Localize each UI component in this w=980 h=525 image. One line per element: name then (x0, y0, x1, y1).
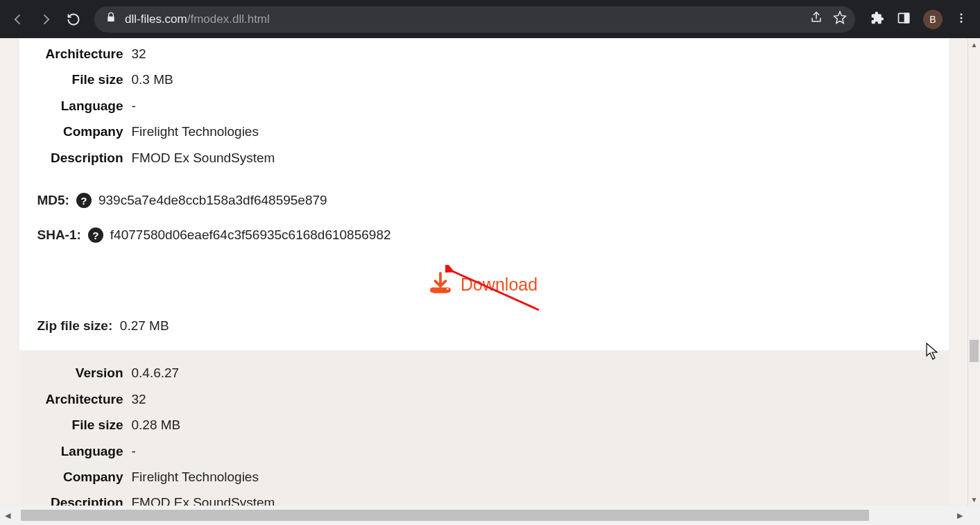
detail-row: DescriptionFMOD Ex SoundSystem (37, 490, 931, 506)
scroll-left-button[interactable]: ◀ (0, 506, 15, 525)
detail-row: Language- (37, 438, 931, 464)
detail-row: CompanyFirelight Technologies (37, 464, 931, 490)
extensions-icon[interactable] (870, 11, 884, 28)
url-domain: dll-files.com (125, 12, 187, 26)
detail-row: Version0.4.6.27 (37, 360, 931, 386)
download-label: Download (461, 275, 538, 295)
scroll-right-button[interactable]: ▶ (952, 506, 968, 525)
detail-row: Language- (37, 93, 931, 119)
bookmark-star-icon[interactable] (833, 10, 847, 28)
zip-size-row: Zip file size: 0.27 MB (37, 311, 931, 350)
menu-dots-icon[interactable] (955, 12, 968, 27)
url-text: dll-files.com/fmodex.dll.html (125, 12, 270, 26)
share-icon[interactable] (809, 10, 823, 28)
back-button[interactable] (6, 7, 31, 32)
download-icon (430, 272, 451, 297)
sha1-row: SHA-1: ? f4077580d06eaef64c3f56935c6168d… (37, 218, 931, 252)
browser-toolbar: dll-files.com/fmodex.dll.html B (0, 0, 980, 38)
detail-row: CompanyFirelight Technologies (37, 119, 931, 144)
detail-row: File size0.28 MB (37, 412, 931, 438)
reload-button[interactable] (61, 7, 86, 32)
help-icon[interactable]: ? (88, 227, 103, 243)
scroll-down-button[interactable]: ▼ (968, 493, 980, 506)
svg-rect-2 (905, 13, 909, 22)
sha1-value: f4077580d06eaef64c3f56935c6168d610856982 (110, 227, 391, 243)
url-path: /fmodex.dll.html (187, 12, 270, 26)
svg-point-4 (961, 17, 963, 19)
address-bar[interactable]: dll-files.com/fmodex.dll.html (94, 6, 855, 33)
scroll-thumb[interactable] (970, 340, 979, 362)
detail-row: File size0.3 MB (37, 67, 931, 92)
lock-icon (105, 12, 117, 26)
scroll-up-button[interactable]: ▲ (968, 38, 980, 51)
alternate-version-block: Version0.4.6.27 Architecture32 File size… (19, 350, 949, 506)
side-panel-icon[interactable] (897, 11, 911, 28)
h-scroll-thumb[interactable] (21, 510, 869, 521)
svg-point-3 (961, 13, 963, 15)
download-button[interactable]: Download (430, 272, 538, 297)
detail-row: DescriptionFMOD Ex SoundSystem (37, 145, 931, 171)
md5-value: 939c5a7e4de8ccb158a3df648595e879 (98, 193, 327, 208)
horizontal-scrollbar[interactable]: ◀ ▶ (0, 506, 968, 525)
zip-size-value: 0.27 MB (120, 318, 169, 333)
detail-row: Architecture32 (37, 41, 931, 67)
svg-point-5 (961, 20, 963, 22)
md5-row: MD5: ? 939c5a7e4de8ccb158a3df648595e879 (37, 183, 931, 218)
profile-avatar[interactable]: B (923, 10, 943, 29)
detail-row: Architecture32 (37, 386, 931, 412)
forward-button[interactable] (33, 7, 58, 32)
vertical-scrollbar[interactable]: ▲ ▼ (968, 38, 980, 506)
help-icon[interactable]: ? (76, 193, 92, 208)
file-details-block: Architecture32 File size0.3 MB Language-… (19, 38, 949, 350)
